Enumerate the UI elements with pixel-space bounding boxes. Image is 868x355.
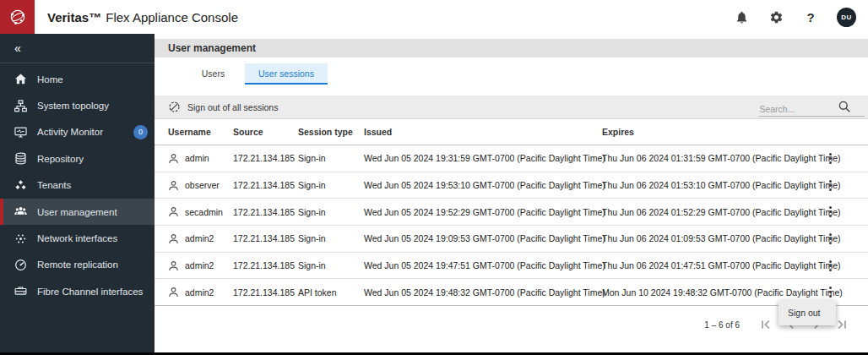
tab-bar: Users User sessions: [182, 63, 868, 85]
cell-issued: Wed Jun 05 2024 19:09:53 GMT-0700 (Pacif…: [364, 233, 602, 243]
cell-source: 172.21.134.185: [233, 287, 298, 298]
cell-username: admin2: [185, 233, 214, 243]
sidebar-item-label: Repository: [37, 154, 84, 164]
sign-out-all-sessions-button[interactable]: Sign out of all sessions: [168, 101, 278, 113]
row-menu-kebab-icon[interactable]: [827, 284, 834, 300]
app-title: Veritas™Flex Appliance Console: [47, 10, 238, 25]
cell-source: 172.21.134.185: [233, 180, 298, 190]
repository-icon: [14, 152, 27, 166]
table-row: admin 172.21.134.185 Sign-in Wed Jun 05 …: [155, 145, 868, 172]
sidebar-item-label: Tenants: [37, 180, 71, 190]
cell-username: secadmin: [185, 207, 223, 217]
cell-expires: Mon Jun 10 2024 19:48:32 GMT-0700 (Pacif…: [602, 287, 822, 298]
sidebar-item-fibre-channel[interactable]: Fibre Channel interfaces: [0, 278, 155, 304]
cell-session-type: Sign-in: [298, 260, 364, 270]
sidebar-item-user-management[interactable]: User management: [0, 199, 155, 225]
search-button[interactable]: [838, 100, 851, 116]
tab-users[interactable]: Users: [182, 63, 245, 85]
help-button[interactable]: ?: [802, 8, 819, 25]
sidebar-collapse-row: «: [0, 34, 155, 63]
cell-username: admin2: [185, 260, 214, 270]
sidebar-item-home[interactable]: Home: [0, 66, 155, 92]
toolbar-search-area: [278, 96, 854, 118]
row-context-menu: Sign out: [778, 300, 836, 325]
cell-expires: Thu Jun 06 2024 01:47:51 GMT-0700 (Pacif…: [602, 260, 822, 270]
notifications-button[interactable]: [733, 8, 750, 25]
app-title-brand: Veritas™: [47, 10, 101, 25]
cell-session-type: Sign-in: [298, 180, 364, 190]
main-content: User management Users User sessions Sign…: [155, 34, 868, 355]
app-title-rest: Flex Appliance Console: [106, 10, 238, 25]
bell-icon: [735, 10, 749, 25]
first-page-icon[interactable]: [755, 316, 777, 333]
cell-username: observer: [185, 180, 220, 190]
sidebar: « Home System topology: [0, 34, 155, 355]
fibre-channel-icon: [14, 285, 27, 298]
activity-count-badge: 0: [133, 125, 148, 139]
cell-username: admin2: [185, 287, 214, 298]
sidebar-item-label: Home: [37, 74, 63, 85]
cell-source: 172.21.134.185: [233, 153, 298, 163]
cell-issued: Wed Jun 05 2024 19:31:59 GMT-0700 (Pacif…: [364, 153, 602, 163]
tenants-icon: [14, 178, 27, 192]
cell-issued: Wed Jun 05 2024 19:52:29 GMT-0700 (Pacif…: [364, 207, 602, 217]
person-icon: [168, 206, 179, 217]
row-menu-kebab-icon[interactable]: [827, 231, 834, 247]
header-actions: ? DU: [733, 8, 868, 27]
cell-expires: Thu Jun 06 2024 01:52:29 GMT-0700 (Pacif…: [602, 207, 822, 217]
sidebar-item-activity-monitor[interactable]: Activity Monitor 0: [0, 119, 155, 145]
column-header-issued: Issued: [364, 127, 602, 137]
person-icon: [168, 260, 179, 271]
veritas-logo: [0, 0, 35, 34]
cell-session-type: Sign-in: [298, 207, 364, 217]
row-menu-kebab-icon[interactable]: [827, 150, 834, 167]
sidebar-item-label: Fibre Channel interfaces: [37, 287, 143, 297]
context-menu-sign-out[interactable]: Sign out: [778, 300, 836, 325]
sidebar-nav: Home System topology Activity Monit: [0, 66, 155, 305]
user-sessions-table: Username Source Session type Issued Expi…: [155, 119, 868, 306]
cell-expires: Thu Jun 06 2024 01:53:10 GMT-0700 (Pacif…: [602, 180, 822, 190]
cell-issued: Wed Jun 05 2024 19:48:32 GMT-0700 (Pacif…: [364, 287, 602, 298]
table-row: secadmin 172.21.134.185 Sign-in Wed Jun …: [155, 199, 868, 226]
gear-icon: [769, 10, 784, 25]
table-header-row: Username Source Session type Issued Expi…: [155, 119, 868, 145]
pagination-range-label: 1 – 6 of 6: [704, 320, 740, 330]
sidebar-item-label: User management: [37, 207, 117, 217]
person-icon: [168, 180, 179, 191]
tab-user-sessions[interactable]: User sessions: [245, 63, 328, 85]
sidebar-item-label: Activity Monitor: [37, 127, 103, 137]
cell-username: admin: [185, 153, 209, 163]
row-menu-kebab-icon[interactable]: [827, 258, 834, 274]
person-icon: [168, 287, 179, 298]
sidebar-item-tenants[interactable]: Tenants: [0, 172, 155, 199]
cell-source: 172.21.134.185: [233, 207, 298, 217]
network-interfaces-icon: [14, 232, 27, 245]
question-mark-icon: ?: [806, 10, 814, 25]
user-avatar[interactable]: DU: [837, 8, 856, 27]
table-toolbar: Sign out of all sessions: [155, 96, 868, 119]
collapse-sidebar-icon[interactable]: «: [14, 41, 21, 55]
sidebar-item-network-interfaces[interactable]: Network interfaces: [0, 225, 155, 251]
settings-button[interactable]: [768, 8, 784, 25]
table-row: admin2 172.21.134.185 API token Wed Jun …: [155, 279, 868, 306]
column-header-username: Username: [155, 127, 233, 137]
cell-expires: Thu Jun 06 2024 01:31:59 GMT-0700 (Pacif…: [602, 153, 822, 163]
row-menu-kebab-icon[interactable]: [827, 204, 834, 220]
table-row: observer 172.21.134.185 Sign-in Wed Jun …: [155, 172, 868, 199]
cell-source: 172.21.134.185: [233, 233, 298, 243]
sign-out-sessions-icon: [168, 101, 181, 113]
sidebar-item-remote-replication[interactable]: Remote replication: [0, 252, 155, 278]
cell-session-type: Sign-in: [298, 233, 364, 243]
sidebar-item-label: Remote replication: [37, 259, 118, 270]
sidebar-item-system-topology[interactable]: System topology: [0, 92, 155, 118]
column-header-source: Source: [233, 127, 298, 137]
cell-expires: Thu Jun 06 2024 01:09:53 GMT-0700 (Pacif…: [602, 233, 822, 243]
sidebar-item-repository[interactable]: Repository: [0, 145, 155, 172]
table-row: admin2 172.21.134.185 Sign-in Wed Jun 05…: [155, 253, 868, 280]
cell-session-type: Sign-in: [298, 153, 364, 163]
cell-session-type: API token: [298, 287, 364, 298]
column-header-session-type: Session type: [298, 127, 364, 137]
topology-icon: [14, 99, 27, 112]
column-header-expires: Expires: [602, 127, 822, 137]
row-menu-kebab-icon[interactable]: [827, 178, 834, 194]
